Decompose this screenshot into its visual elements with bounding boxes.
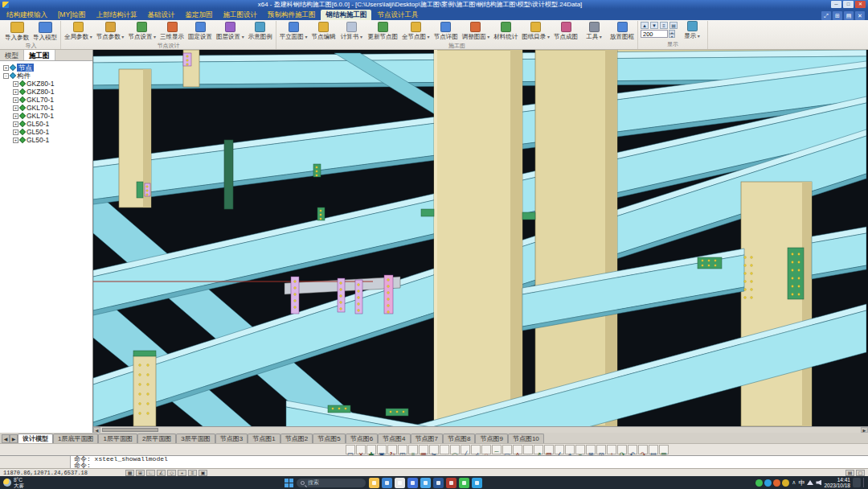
draw-tool-button[interactable]: ⊞ [586,445,596,454]
sheet-tab[interactable]: 节点图4 [378,434,410,443]
draw-tool-button[interactable]: ✚ [366,445,376,454]
draw-tool-button[interactable]: ◿ [471,445,481,454]
scrollbar-thumb[interactable] [102,428,158,432]
sheet-tab[interactable]: 节点图6 [346,434,378,443]
draw-tool-button[interactable]: + [565,445,575,454]
command-window[interactable]: 命令: xsteel_showallmodel 命令: [0,455,868,468]
sheet-tab[interactable]: 2层平面图 [137,434,176,443]
menu-tab[interactable]: 节点设计工具 [372,10,423,20]
taskbar-app-icon[interactable] [382,478,392,488]
draw-tool-button[interactable]: ↔ [523,445,533,454]
status-toggle-button[interactable]: ∠ [157,470,166,476]
scale-spinner[interactable]: ▴ ▾ [669,30,675,38]
spinner-down-icon[interactable]: ▾ [669,34,675,38]
ribbon-button[interactable]: 全节点图 [400,21,432,41]
sheet-tab[interactable]: 3层平面图 [176,434,215,443]
ribbon-button[interactable]: 节点编辑 [309,21,337,40]
status-toggle-button[interactable]: ≡ [188,470,197,476]
draw-tool-button[interactable]: ▤ [649,445,658,454]
draw-tool-button[interactable]: → [440,445,449,454]
window-control-button[interactable]: ✕ [855,1,866,8]
sheet-nav-right-icon[interactable]: ▶ [10,434,18,443]
tray-app-icon[interactable] [782,479,789,487]
draw-tool-button[interactable]: ↷ [638,445,648,454]
tree-expander-icon[interactable]: + [13,89,18,95]
display-mini-icon[interactable]: ▲ [641,22,649,29]
tree-item[interactable]: + GKZ80-1 [0,80,92,88]
taskbar-clock[interactable]: 14:41 2023/10/18 [824,477,850,488]
status-toggle-button[interactable]: ⊞ [136,470,145,476]
scroll-left-icon[interactable]: ◀ [93,427,100,433]
tree-item[interactable]: + GKL70-1 [0,112,92,120]
sheet-tab[interactable]: 节点图3 [215,434,248,443]
draw-tool-button[interactable]: ○ [481,445,491,454]
tree-expander-icon[interactable]: + [13,138,18,143]
ribbon-button[interactable]: 调整图面 [461,21,492,41]
tree-expander-icon[interactable]: + [13,121,18,127]
ribbon-button[interactable]: 节点设置 [126,21,158,41]
draw-tool-button[interactable]: ≡ [408,445,418,454]
scroll-right-icon[interactable]: ▶ [861,427,868,433]
tree-item[interactable]: + GL50-1 [0,120,92,128]
draw-tool-button[interactable]: ⟳ [617,445,627,454]
draw-tool-button[interactable]: − [575,445,585,454]
menu-tab[interactable]: 上部结构计算 [91,10,141,20]
ribbon-button[interactable]: 更新节点图 [366,21,399,40]
ribbon-button[interactable]: 示意图例 [247,21,274,40]
menu-tab[interactable]: 结构建模输入 [2,10,52,20]
draw-tool-button[interactable]: ∠ [555,445,564,454]
draw-tool-button[interactable]: ✕ [356,445,366,454]
ribbon-button[interactable]: 节点参数 [95,21,126,41]
status-toggle-button[interactable]: ∟ [146,470,155,476]
panel-tab[interactable]: 施工图 [24,50,55,60]
display-mini-icon[interactable]: ▤ [669,22,678,29]
sheet-tab[interactable]: 节点图7 [411,434,443,443]
window-control-button[interactable]: ─ [831,1,841,8]
tree-expander-icon[interactable]: - [3,73,9,79]
taskbar-app-icon[interactable] [395,478,405,488]
status-toggle-button[interactable]: ▦ [125,470,134,476]
quick-icon[interactable]: ✕ [855,11,865,20]
quick-icon[interactable]: ▤ [844,11,854,20]
draw-tool-button[interactable]: ↕ [607,445,616,454]
network-icon[interactable] [807,480,813,485]
sheet-tab[interactable]: 节点图8 [443,434,475,443]
ribbon-button[interactable]: 导入参数 [3,21,31,41]
tree-expander-icon[interactable]: + [3,65,9,71]
ribbon-button[interactable]: 节点成图 [552,21,579,40]
sheet-tab[interactable]: 1层底平面图 [53,434,98,443]
draw-tool-button[interactable]: ↗ [534,445,543,454]
tree-item[interactable]: + GKZ80-1 [0,88,92,96]
draw-tool-button[interactable]: ⊡ [596,445,606,454]
draw-tool-button[interactable]: ↶ [628,445,637,454]
taskbar-app-icon[interactable] [472,478,482,488]
scrollbar-track[interactable] [100,427,861,434]
sheet-tab[interactable]: 节点图2 [280,434,313,443]
sheet-tab[interactable]: 节点图10 [508,434,544,443]
draw-tool-button[interactable]: ✂ [429,445,439,454]
model-viewport-canvas[interactable] [93,50,866,426]
menu-tab[interactable]: 鉴定加固 [180,10,217,20]
draw-tool-button[interactable]: ╱ [461,445,470,454]
horizontal-scrollbar[interactable]: ◀ ▶ [93,426,868,433]
ribbon-button[interactable]: 计算书 [338,21,365,41]
tree-item[interactable]: + GL50-1 [0,136,92,144]
taskbar-app-icon[interactable] [459,478,469,488]
ribbon-button[interactable]: 工具 [580,21,608,41]
tray-chevron-icon[interactable]: ∧ [792,479,796,486]
sheet-tab[interactable]: 设计模型 [18,434,53,443]
menu-tab[interactable]: 施工图设计 [218,10,262,20]
sheet-tab[interactable]: 节点图9 [475,434,507,443]
tree-item[interactable]: + 节点 [0,64,92,72]
tree-item[interactable]: + GKL70-1 [0,96,92,104]
ime-indicator[interactable]: 中 [798,479,805,487]
draw-tool-button[interactable]: ▥ [659,445,669,454]
taskbar-search[interactable]: 搜索 [297,479,366,487]
taskbar-app-icon[interactable] [407,478,418,488]
sheet-tab[interactable]: 节点图1 [248,434,280,443]
command-prompt[interactable]: 命令: [74,462,865,469]
ribbon-button[interactable]: 平立面图 [278,21,309,41]
tree-expander-icon[interactable]: + [13,113,18,119]
sheet-nav-left-icon[interactable]: ◀ [2,434,10,443]
draw-tool-button[interactable]: ▢ [346,445,355,454]
